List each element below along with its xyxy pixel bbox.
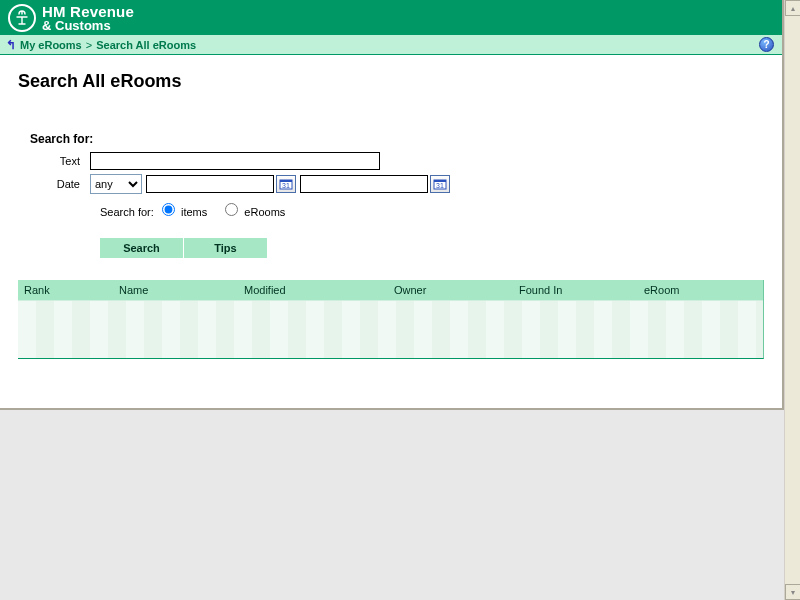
date-mode-select[interactable]: any	[90, 174, 142, 194]
scroll-down-button[interactable]: ▾	[785, 584, 800, 600]
col-modified[interactable]: Modified	[238, 284, 388, 296]
radio-items-label[interactable]: items	[157, 206, 210, 218]
results-table: Rank Name Modified Owner Found In eRoom	[18, 280, 764, 359]
breadcrumb: ↰ My eRooms > Search All eRooms ?	[0, 35, 782, 55]
breadcrumb-current: Search All eRooms	[96, 39, 196, 51]
radio-erooms-text: eRooms	[244, 206, 285, 218]
breadcrumb-parent[interactable]: My eRooms	[20, 39, 82, 51]
search-button[interactable]: Search	[100, 238, 183, 258]
tips-button[interactable]: Tips	[184, 238, 267, 258]
date-to-input[interactable]	[300, 175, 428, 193]
brand-bar: HM Revenue & Customs	[0, 0, 782, 35]
date-label: Date	[30, 178, 90, 190]
table-body-empty	[18, 300, 763, 358]
radio-items-text: items	[181, 206, 207, 218]
breadcrumb-sep: >	[86, 39, 92, 51]
brand-line1: HM Revenue	[42, 4, 134, 19]
crest-icon	[8, 4, 36, 32]
radio-items[interactable]	[162, 203, 175, 216]
search-text-input[interactable]	[90, 152, 380, 170]
col-rank[interactable]: Rank	[18, 284, 113, 296]
radio-erooms[interactable]	[225, 203, 238, 216]
help-icon[interactable]: ?	[759, 37, 774, 52]
table-header: Rank Name Modified Owner Found In eRoom	[18, 280, 763, 300]
col-found-in[interactable]: Found In	[513, 284, 638, 296]
svg-text:31: 31	[282, 182, 290, 189]
brand-text: HM Revenue & Customs	[42, 4, 134, 32]
calendar-to-button[interactable]: 31	[430, 175, 450, 193]
col-owner[interactable]: Owner	[388, 284, 513, 296]
svg-text:31: 31	[436, 182, 444, 189]
col-eroom[interactable]: eRoom	[638, 284, 763, 296]
page-title: Search All eRooms	[18, 71, 764, 92]
brand-line2: & Customs	[42, 19, 134, 32]
up-arrow-icon[interactable]: ↰	[6, 38, 16, 52]
form-legend: Search for:	[30, 132, 764, 146]
calendar-from-button[interactable]: 31	[276, 175, 296, 193]
calendar-icon: 31	[279, 178, 293, 190]
calendar-icon: 31	[433, 178, 447, 190]
vertical-scrollbar[interactable]: ▴ ▾	[784, 0, 800, 600]
date-from-input[interactable]	[146, 175, 274, 193]
text-label: Text	[30, 155, 90, 167]
radio-erooms-label[interactable]: eRooms	[220, 206, 285, 218]
scroll-up-button[interactable]: ▴	[785, 0, 800, 16]
scope-label: Search for:	[100, 206, 154, 218]
col-name[interactable]: Name	[113, 284, 238, 296]
